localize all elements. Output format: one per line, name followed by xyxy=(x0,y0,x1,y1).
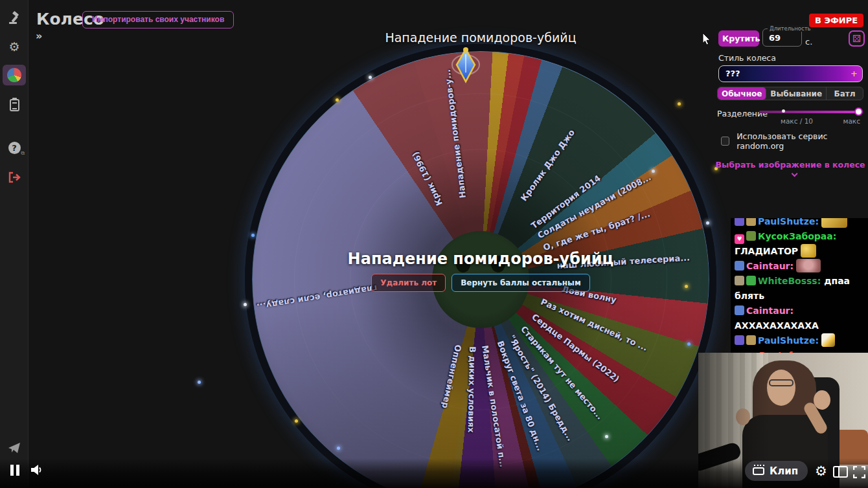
chat-badge-icon xyxy=(735,305,744,315)
chat-message: CA/☠Rustofaer: не солдаты xyxy=(735,348,865,353)
sparkle-particle xyxy=(605,435,608,438)
chat-badge-icon xyxy=(735,261,744,271)
wheel-pie-icon[interactable] xyxy=(3,65,26,85)
chat-overlay: PaulShutze:♥КусокЗабораа: ГЛАДИАТОРCaint… xyxy=(731,218,868,353)
clip-icon xyxy=(753,467,764,475)
sparkle-particle xyxy=(244,303,247,306)
chat-username[interactable]: PaulShutze: xyxy=(758,335,819,346)
chat-badge-icon xyxy=(746,335,756,345)
chat-badge-icon xyxy=(746,218,756,226)
help-icon[interactable]: ?⧉ xyxy=(3,137,26,158)
import-participants-button[interactable]: Импортировать своих участников xyxy=(82,11,234,28)
wheel-style-input[interactable]: ??? + xyxy=(718,65,863,82)
memeface-emote-icon xyxy=(796,259,821,272)
chat-username[interactable]: Caintaur: xyxy=(746,261,794,271)
gold-emote-icon xyxy=(801,244,816,258)
duration-unit: с. xyxy=(805,37,812,47)
sparkle-particle xyxy=(337,447,340,450)
wheel-mode-tabs: ОбычноеВыбываниеБатл рояль xyxy=(717,87,863,100)
sparkle-particle xyxy=(652,170,655,173)
player-settings-icon[interactable]: ⚙ xyxy=(811,463,831,480)
mouse-cursor xyxy=(702,32,711,45)
chat-badge-icon xyxy=(746,231,756,241)
telegram-icon[interactable] xyxy=(3,438,26,458)
chat-badge-icon xyxy=(746,276,756,285)
chat-message: PaulShutze: xyxy=(735,218,865,229)
chat-badge-icon xyxy=(735,218,744,226)
wheel-mode-tab[interactable]: Батл рояль xyxy=(827,87,863,100)
duration-label: Длительность xyxy=(768,25,813,32)
chat-username[interactable]: Rustofaer: xyxy=(759,350,813,353)
chat-message: PaulShutze: xyxy=(735,333,865,348)
sparkle-particle xyxy=(336,98,339,102)
pause-button[interactable] xyxy=(10,465,21,476)
volume-button[interactable] xyxy=(30,463,44,476)
fullscreen-icon[interactable] xyxy=(853,466,865,478)
runner-emote-icon xyxy=(821,333,835,347)
slider-knob[interactable] xyxy=(854,107,863,116)
chat-username[interactable]: PaulShutze: xyxy=(758,218,819,227)
wheel-mode-tab[interactable]: Выбывание xyxy=(766,87,827,100)
stream-page: ⚙ ?⧉ Колесо Импортировать своих участник… xyxy=(0,0,868,488)
clip-button[interactable]: Клип xyxy=(745,461,808,481)
return-points-button[interactable]: Вернуть баллы остальным xyxy=(451,274,590,292)
chat-badge-icon xyxy=(735,276,744,285)
split-min-caption: макс / 10 xyxy=(781,117,813,125)
laugh-emote-icon xyxy=(821,218,847,228)
random-org-checkbox[interactable] xyxy=(721,137,729,146)
current-lot-title: Нападение помидоров-убийц xyxy=(253,250,709,268)
clipboard-icon[interactable] xyxy=(3,94,26,115)
chevron-down-icon xyxy=(791,170,797,177)
chat-message: WhiteBosss: дпаа блять xyxy=(735,274,865,304)
app-sidebar: ⚙ ?⧉ xyxy=(0,0,29,488)
wheel-controls-panel: Крутить Длительность 69 с. ⚄ Стиль колес… xyxy=(713,26,868,179)
sparkle-particle xyxy=(295,419,298,423)
pie-chart-icon xyxy=(7,68,21,82)
sparkle-particle xyxy=(251,234,255,237)
theater-mode-icon[interactable] xyxy=(833,466,848,478)
chat-username[interactable]: WhiteBosss: xyxy=(758,276,821,286)
collapse-panel-chevrons[interactable]: » xyxy=(36,30,42,42)
sparkle-particle xyxy=(369,76,372,79)
chat-message: ♥КусокЗабораа: ГЛАДИАТОР xyxy=(735,229,865,259)
style-add-icon[interactable]: + xyxy=(851,66,858,82)
split-max-caption: макс xyxy=(843,117,860,125)
chat-username[interactable]: Caintaur: xyxy=(746,305,794,316)
random-org-label: Использовать сервис random.org xyxy=(737,131,868,151)
split-slider[interactable] xyxy=(759,111,862,113)
auction-gavel-icon[interactable] xyxy=(3,8,26,28)
sparkle-particle xyxy=(198,381,201,384)
external-link-icon: ⧉ xyxy=(21,150,25,157)
sparkle-particle xyxy=(706,221,709,225)
chat-username[interactable]: КусокЗабораа: xyxy=(758,231,836,241)
wheel-pointer xyxy=(451,45,481,84)
delete-lot-button[interactable]: Удалить лот xyxy=(371,274,446,292)
chat-message: Caintaur: АХХАХАХАХАХА xyxy=(735,304,865,333)
wheel-mode-tab[interactable]: Обычное xyxy=(718,87,766,100)
player-controls-bar: Клип ⚙ xyxy=(0,458,868,488)
current-lot-title-top: Нападение помидоров-убийц xyxy=(253,30,709,45)
chat-message: Caintaur: xyxy=(735,259,865,274)
random-dice-button[interactable]: ⚄ xyxy=(849,30,865,47)
lot-overlay: Нападение помидоров-убийц Удалить лот Ве… xyxy=(253,250,709,292)
choose-image-link[interactable]: Выбрать изображение в колесе xyxy=(713,160,868,179)
chat-badge-icon xyxy=(735,335,744,345)
wheel-style-label: Стиль колеса xyxy=(718,53,868,63)
live-badge: В ЭФИРЕ xyxy=(809,14,863,27)
settings-gear-icon[interactable]: ⚙ xyxy=(3,36,26,57)
sparkle-particle xyxy=(678,102,681,105)
sparkle-particle xyxy=(687,342,691,346)
duration-field[interactable]: Длительность 69 xyxy=(762,28,802,47)
logout-icon[interactable] xyxy=(3,167,26,188)
spin-button[interactable]: Крутить xyxy=(718,30,759,47)
chat-badge-icon: ♥ xyxy=(735,234,744,244)
